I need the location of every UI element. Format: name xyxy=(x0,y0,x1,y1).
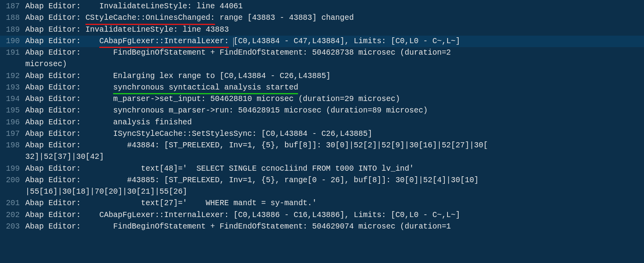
log-line-content: microsec) xyxy=(25,59,644,70)
line-number: 195 xyxy=(0,105,25,116)
log-text: Abap Editor: synchronous m_parser->run: … xyxy=(25,106,428,115)
log-line[interactable]: 191Abap Editor: FindBeginOfStatement + F… xyxy=(0,47,644,59)
log-text: Abap Editor: InvalidateLineStyle: line 4… xyxy=(25,2,243,11)
log-text: Abap Editor: CAbapFgLexer::InternalLexer… xyxy=(25,211,460,219)
log-line-content: Abap Editor: #43885: [ST_PRELEXED, Inv=1… xyxy=(25,175,644,186)
log-text: Abap Editor: FindBeginOfStatement + Find… xyxy=(25,222,455,231)
line-number: 199 xyxy=(0,163,25,175)
log-line[interactable]: 188Abap Editor: CStyleCache::OnLinesChan… xyxy=(0,12,644,24)
log-line-content: Abap Editor: synchronous syntactical ana… xyxy=(25,82,644,93)
line-number: 189 xyxy=(0,24,25,36)
highlight-green: synchronous syntactical analysis started xyxy=(113,82,298,93)
line-number: 196 xyxy=(0,117,25,128)
log-line[interactable]: 196Abap Editor: analysis finished xyxy=(0,117,644,128)
line-number: 187 xyxy=(0,1,25,12)
log-text: Abap Editor: text[48]=' SELECT SINGLE cc… xyxy=(25,164,414,173)
log-line[interactable]: 194Abap Editor: m_parser->set_input: 504… xyxy=(0,93,644,105)
line-number: 200 xyxy=(0,175,25,186)
log-line-content: Abap Editor: CStyleCache::OnLinesChanged… xyxy=(25,12,644,24)
line-number: 190 xyxy=(0,36,25,47)
log-line-content: Abap Editor: #43884: [ST_PRELEXED, Inv=1… xyxy=(25,140,644,151)
log-line-content: Abap Editor: synchronous m_parser->run: … xyxy=(25,105,644,116)
log-line-wrap[interactable]: 32]|52[37]|30[42] xyxy=(0,151,644,163)
line-number: 197 xyxy=(0,128,25,140)
log-text: Abap Editor: InvalidateLineStyle: line 4… xyxy=(25,25,229,34)
log-line[interactable]: 203Abap Editor: FindBeginOfStatement + F… xyxy=(0,221,644,233)
log-text: Abap Editor: xyxy=(25,37,99,46)
log-line-wrap[interactable]: microsec) xyxy=(0,59,644,70)
log-line[interactable]: 190Abap Editor: CAbapFgLexer::InternalLe… xyxy=(0,36,644,47)
log-line[interactable]: 198Abap Editor: #43884: [ST_PRELEXED, In… xyxy=(0,140,644,151)
log-line[interactable]: 199Abap Editor: text[48]=' SELECT SINGLE… xyxy=(0,163,644,175)
log-text: Abap Editor: #43885: [ST_PRELEXED, Inv=1… xyxy=(25,176,479,185)
log-line[interactable]: 193Abap Editor: synchronous syntactical … xyxy=(0,82,644,93)
log-text-segment: [C0,L43884 - C47,L43884], Limits: [C0,L0… xyxy=(234,37,460,46)
log-line-content: Abap Editor: m_parser->set_input: 504628… xyxy=(25,93,644,105)
log-text: Abap Editor: #43884: [ST_PRELEXED, Inv=1… xyxy=(25,141,488,150)
log-line-content: Abap Editor: ISyncStyleCache::SetStylesS… xyxy=(25,128,644,140)
log-line-content: Abap Editor: text[27]=' WHERE mandt = sy… xyxy=(25,198,644,209)
log-text: Abap Editor: FindBeginOfStatement + Find… xyxy=(25,48,455,57)
log-line-content: |55[16]|30[18]|70[20]|30[21]|55[26] xyxy=(25,186,644,198)
log-line-content: Abap Editor: CAbapFgLexer::InternalLexer… xyxy=(25,36,644,47)
log-line-content: Abap Editor: FindBeginOfStatement + Find… xyxy=(25,47,644,59)
log-line-wrap[interactable]: |55[16]|30[18]|70[20]|30[21]|55[26] xyxy=(0,186,644,198)
log-line-content: Abap Editor: analysis finished xyxy=(25,117,644,128)
text-cursor xyxy=(233,38,234,46)
log-text: Abap Editor: m_parser->set_input: 504628… xyxy=(25,95,400,103)
log-text: Abap Editor: analysis finished xyxy=(25,118,192,127)
log-text: Abap Editor: text[27]=' WHERE mandt = sy… xyxy=(25,199,317,208)
log-text: Abap Editor: xyxy=(25,13,85,22)
log-line[interactable]: 201Abap Editor: text[27]=' WHERE mandt =… xyxy=(0,198,644,209)
line-number: 201 xyxy=(0,198,25,209)
log-line-content: Abap Editor: InvalidateLineStyle: line 4… xyxy=(25,1,644,12)
log-text: Abap Editor: xyxy=(25,83,113,92)
log-text: Abap Editor: Enlarging lex range to [C0,… xyxy=(25,72,330,80)
log-text: Abap Editor: ISyncStyleCache::SetStylesS… xyxy=(25,130,372,138)
log-viewer[interactable]: 187Abap Editor: InvalidateLineStyle: lin… xyxy=(0,1,644,233)
line-number: 198 xyxy=(0,140,25,151)
log-line[interactable]: 200Abap Editor: #43885: [ST_PRELEXED, In… xyxy=(0,175,644,186)
line-number: 188 xyxy=(0,12,25,24)
log-text-segment: range [43883 - 43883] changed xyxy=(215,13,354,22)
log-line[interactable]: 197Abap Editor: ISyncStyleCache::SetStyl… xyxy=(0,128,644,140)
log-line[interactable]: 195Abap Editor: synchronous m_parser->ru… xyxy=(0,105,644,116)
log-line-content: Abap Editor: text[48]=' SELECT SINGLE cc… xyxy=(25,163,644,175)
line-number: 193 xyxy=(0,82,25,93)
line-number: 191 xyxy=(0,47,25,59)
log-line-content: Abap Editor: FindBeginOfStatement + Find… xyxy=(25,221,644,233)
line-number: 194 xyxy=(0,93,25,105)
line-number: 203 xyxy=(0,221,25,233)
log-line-content: Abap Editor: InvalidateLineStyle: line 4… xyxy=(25,24,644,36)
log-line[interactable]: 189Abap Editor: InvalidateLineStyle: lin… xyxy=(0,24,644,36)
log-line-content: Abap Editor: CAbapFgLexer::InternalLexer… xyxy=(25,210,644,221)
log-line[interactable]: 187Abap Editor: InvalidateLineStyle: lin… xyxy=(0,1,644,12)
log-line-content: Abap Editor: Enlarging lex range to [C0,… xyxy=(25,71,644,82)
log-line[interactable]: 192Abap Editor: Enlarging lex range to [… xyxy=(0,71,644,82)
line-number: 192 xyxy=(0,71,25,82)
line-number: 202 xyxy=(0,210,25,221)
log-line-content: 32]|52[37]|30[42] xyxy=(25,151,644,163)
log-line[interactable]: 202Abap Editor: CAbapFgLexer::InternalLe… xyxy=(0,210,644,221)
highlight-red: CAbapFgLexer::InternalLexer: xyxy=(99,36,229,47)
highlight-red: CStyleCache::OnLinesChanged: xyxy=(85,12,215,24)
